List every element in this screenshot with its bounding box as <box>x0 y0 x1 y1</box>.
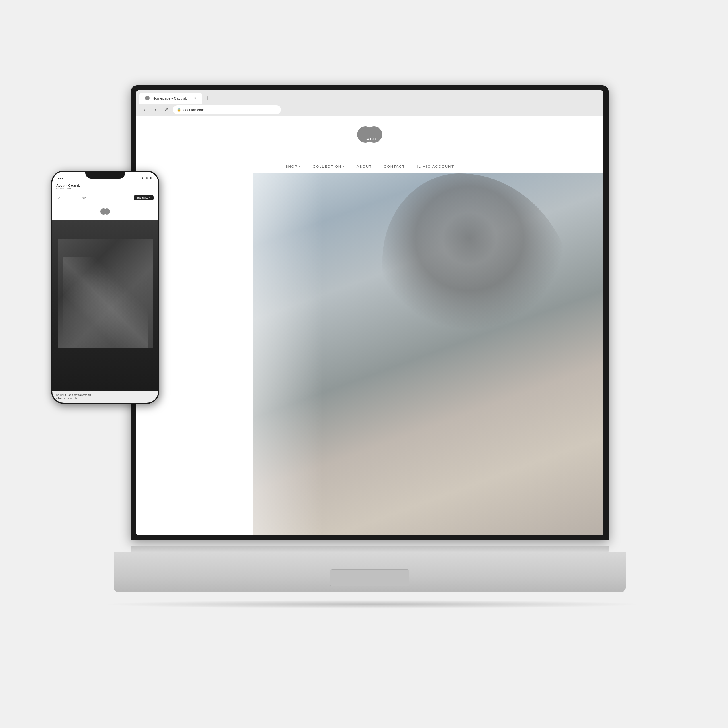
browser-tabs: Homepage - Caculab × + <box>136 90 603 104</box>
refresh-button[interactable]: ↺ <box>162 106 170 114</box>
phone-tools-overlay <box>63 257 148 348</box>
address-bar[interactable]: 🔒 caculab.com <box>173 105 281 114</box>
phone-logo-area <box>52 204 158 220</box>
phone-time: ●●● <box>58 177 63 180</box>
phone-bookmark-btn[interactable]: ☆ <box>82 195 86 200</box>
tab-close-btn[interactable]: × <box>194 96 196 100</box>
phone-status-icons: ▲ ≋ ▮▯ <box>141 177 153 179</box>
phone-device: ●●● ▲ ≋ ▮▯ About - Caculab caculab.com ↗… <box>51 171 171 415</box>
nav-contact-label: CONTACT <box>384 164 405 169</box>
phone-screen: ●●● ▲ ≋ ▮▯ About - Caculab caculab.com ↗… <box>52 172 158 403</box>
phone-more-btn[interactable]: ⋮ <box>108 195 112 200</box>
laptop-screen-outer: Homepage - Caculab × + ‹ › ↺ 🔒 caculab. <box>131 85 609 540</box>
phone-share-btn[interactable]: ↗ <box>57 195 61 200</box>
laptop-base <box>114 546 626 603</box>
laptop-touchpad[interactable] <box>330 569 410 586</box>
phone-logo <box>100 207 110 217</box>
nav-about-label: ABOUT <box>356 164 372 169</box>
browser-toolbar: ‹ › ↺ 🔒 caculab.com <box>136 104 603 116</box>
nav-account-label: IL MIO ACCOUNT <box>417 164 454 169</box>
url-text: caculab.com <box>184 108 204 112</box>
laptop-screen: Homepage - Caculab × + ‹ › ↺ 🔒 caculab. <box>136 90 603 535</box>
nav-item-collection[interactable]: COLLECTION ▾ <box>313 164 345 169</box>
nav-item-about[interactable]: ABOUT <box>356 164 372 169</box>
phone-workshop-image <box>52 220 158 403</box>
site-navigation: SHOP ▾ COLLECTION ▾ ABOUT <box>159 160 580 173</box>
laptop-bezel: Homepage - Caculab × + ‹ › ↺ 🔒 caculab. <box>136 90 603 535</box>
hero-hair-detail <box>382 173 575 390</box>
phone-bottom-caption: nd CACU lab è stato creato da Claudia Ca… <box>52 391 158 403</box>
hero-section <box>136 173 603 535</box>
tab-title: Homepage - Caculab <box>153 96 191 100</box>
translate-button[interactable]: Translate » <box>134 195 154 200</box>
main-scene: Homepage - Caculab × + ‹ › ↺ 🔒 caculab. <box>51 51 677 677</box>
phone-action-bar: ↗ ☆ ⋮ Translate » <box>52 192 158 204</box>
website-content: CACU SHOP ▾ COLLECTION <box>136 116 603 535</box>
signal-icon: ▲ <box>141 177 144 179</box>
phone-notch <box>85 171 125 179</box>
laptop-keyboard <box>114 552 626 592</box>
nav-item-shop[interactable]: SHOP ▾ <box>285 164 301 169</box>
laptop-device: Homepage - Caculab × + ‹ › ↺ 🔒 caculab. <box>131 85 614 603</box>
hero-image <box>253 173 603 535</box>
phone-content-area: nd CACU lab è stato creato da Claudia Ca… <box>52 220 158 403</box>
nav-collection-label: COLLECTION <box>313 164 341 169</box>
phone-site-title: About - Caculab <box>56 184 154 187</box>
phone-body: ●●● ▲ ≋ ▮▯ About - Caculab caculab.com ↗… <box>51 171 159 404</box>
tab-favicon <box>145 96 150 100</box>
phone-caption-text2: Claudia Cacu... da... <box>56 397 154 401</box>
phone-page-title-bar: About - Caculab caculab.com <box>52 182 158 192</box>
lock-icon: 🔒 <box>177 108 181 112</box>
phone-logo-circle-right <box>104 208 110 215</box>
collection-dropdown-icon: ▾ <box>343 165 345 168</box>
forward-button[interactable]: › <box>151 106 159 114</box>
logo-container: CACU <box>357 126 382 151</box>
site-header: CACU SHOP ▾ COLLECTION <box>136 116 603 173</box>
shop-dropdown-icon: ▾ <box>299 165 301 168</box>
phone-site-url: caculab.com <box>56 187 154 190</box>
laptop-shadow <box>102 600 643 609</box>
browser-chrome: Homepage - Caculab × + ‹ › ↺ 🔒 caculab. <box>136 90 603 116</box>
nav-item-account[interactable]: IL MIO ACCOUNT <box>417 164 454 169</box>
logo-text: CACU <box>362 136 377 141</box>
browser-tab-active[interactable]: Homepage - Caculab × <box>139 93 202 104</box>
site-logo: CACU <box>357 126 382 151</box>
phone-caption-text: nd CACU lab è stato creato da <box>56 393 154 397</box>
laptop-hinge <box>131 546 609 552</box>
wifi-icon: ≋ <box>145 177 148 179</box>
nav-shop-label: SHOP <box>285 164 298 169</box>
battery-icon: ▮▯ <box>150 177 153 179</box>
nav-item-contact[interactable]: CONTACT <box>384 164 405 169</box>
new-tab-button[interactable]: + <box>203 93 213 103</box>
back-button[interactable]: ‹ <box>141 106 148 114</box>
